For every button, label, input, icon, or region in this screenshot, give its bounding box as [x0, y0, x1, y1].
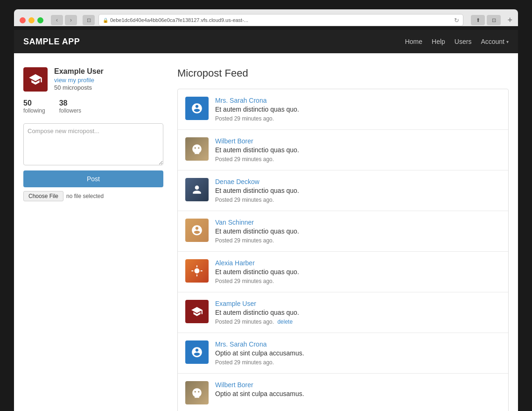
- feed-avatar: [185, 300, 209, 323]
- lock-icon: 🔒: [103, 18, 108, 23]
- feed-author[interactable]: Wilbert Borer: [215, 137, 501, 145]
- followers-stat: 38 followers: [59, 99, 81, 114]
- feed-item: Mrs. Sarah Crona Optio at sint culpa acc…: [178, 333, 508, 374]
- address-bar[interactable]: 🔒 0ebe1dc6d40e4a4bb06e0ca7fe138127.vfs.c…: [98, 14, 463, 26]
- user-avatar: [23, 67, 48, 92]
- feed-meta: Posted 29 minutes ago. delete: [215, 319, 293, 325]
- forward-button[interactable]: ›: [65, 15, 77, 25]
- feed-list: Mrs. Sarah Crona Et autem distinctio qua…: [177, 89, 509, 411]
- feed-text: Et autem distinctio quas quo.: [215, 268, 501, 276]
- compose-textarea[interactable]: [23, 123, 163, 165]
- browser-actions: ⬆ ⊡: [471, 15, 501, 25]
- no-file-text: no file selected: [66, 193, 104, 199]
- app-brand: SAMPLE APP: [23, 37, 80, 47]
- delete-link[interactable]: delete: [277, 319, 293, 325]
- feed-text: Optio at sint culpa accusamus.: [215, 390, 501, 397]
- feed-content: Mrs. Sarah Crona Et autem distinctio qua…: [215, 97, 501, 122]
- main-content: Example User view my profile 50 micropos…: [14, 53, 518, 411]
- feed-author[interactable]: Mrs. Sarah Crona: [215, 340, 501, 348]
- feed-text: Et autem distinctio quas quo.: [215, 106, 501, 113]
- followers-count: 38: [59, 99, 81, 107]
- feed-item: Wilbert Borer Optio at sint culpa accusa…: [178, 374, 508, 411]
- feed-meta: Posted 29 minutes ago.: [215, 115, 274, 122]
- feed-text: Et autem distinctio quas quo.: [215, 146, 501, 154]
- feed-author[interactable]: Example User: [215, 300, 501, 307]
- browser-content: SAMPLE APP Home Help Users Account ▾: [14, 30, 518, 411]
- feed-content: Wilbert Borer Optio at sint culpa accusa…: [215, 381, 501, 404]
- user-info: Example User view my profile 50 micropos…: [23, 67, 163, 92]
- close-button[interactable]: [20, 17, 26, 23]
- avatar-image: [23, 67, 48, 92]
- chevron-down-icon: ▾: [506, 39, 509, 44]
- file-input-row: Choose File no file selected: [23, 191, 163, 201]
- feed-item: Alexia Harber Et autem distinctio quas q…: [178, 252, 508, 292]
- feed-avatar: [185, 178, 209, 201]
- follow-stats: 50 following 38 followers: [23, 99, 163, 114]
- browser-chrome: ‹ › ⊡ 🔒 0ebe1dc6d40e4a4bb06e0ca7fe138127…: [14, 9, 518, 26]
- feed-avatar: [185, 381, 209, 404]
- feed-author[interactable]: Denae Deckow: [215, 178, 501, 185]
- app-navbar: SAMPLE APP Home Help Users Account ▾: [14, 30, 518, 53]
- minimize-button[interactable]: [28, 17, 35, 23]
- feed-item: Van Schinner Et autem distinctio quas qu…: [178, 211, 508, 252]
- feed-avatar: [185, 97, 209, 120]
- maximize-button[interactable]: [37, 17, 43, 23]
- feed-content: Example User Et autem distinctio quas qu…: [215, 300, 501, 325]
- nav-account-dropdown[interactable]: Account ▾: [481, 38, 509, 45]
- micropost-count: 50 microposts: [54, 84, 92, 91]
- feed-text: Et autem distinctio quas quo.: [215, 309, 501, 316]
- feed-avatar: [185, 219, 209, 242]
- share-button[interactable]: ⬆: [471, 15, 485, 25]
- following-count: 50: [23, 99, 45, 107]
- feed-avatar: [185, 259, 209, 283]
- feed-item: Denae Deckow Et autem distinctio quas qu…: [178, 170, 508, 211]
- feed-author[interactable]: Alexia Harber: [215, 259, 501, 267]
- view-profile-link[interactable]: view my profile: [54, 77, 163, 84]
- feed-item: Wilbert Borer Et autem distinctio quas q…: [178, 130, 508, 170]
- feed-content: Wilbert Borer Et autem distinctio quas q…: [215, 137, 501, 163]
- traffic-lights: [20, 17, 43, 23]
- post-button[interactable]: Post: [23, 170, 163, 187]
- feed-author[interactable]: Wilbert Borer: [215, 381, 501, 389]
- choose-file-button[interactable]: Choose File: [23, 191, 63, 201]
- app-nav-links: Home Help Users Account ▾: [405, 38, 509, 45]
- feed-author[interactable]: Van Schinner: [215, 219, 501, 226]
- feed-title: Micropost Feed: [177, 67, 509, 79]
- feed-meta: Posted 29 minutes ago.: [215, 156, 274, 163]
- expand-button[interactable]: ⊡: [487, 15, 501, 25]
- feed-avatar: [185, 340, 209, 364]
- feed-section: Micropost Feed Mrs. Sarah Crona Et autem…: [177, 67, 509, 411]
- user-name: Example User: [54, 67, 104, 75]
- user-details: Example User view my profile 50 micropos…: [54, 67, 163, 91]
- feed-content: Denae Deckow Et autem distinctio quas qu…: [215, 178, 501, 203]
- reload-icon[interactable]: ↻: [454, 17, 459, 24]
- feed-content: Van Schinner Et autem distinctio quas qu…: [215, 219, 501, 244]
- feed-text: Et autem distinctio quas quo.: [215, 227, 501, 235]
- feed-author[interactable]: Mrs. Sarah Crona: [215, 97, 501, 104]
- nav-home-link[interactable]: Home: [405, 38, 422, 45]
- sidebar: Example User view my profile 50 micropos…: [23, 67, 163, 411]
- following-stat: 50 following: [23, 99, 45, 114]
- feed-meta: Posted 29 minutes ago.: [215, 197, 274, 203]
- new-tab-button[interactable]: +: [507, 16, 512, 24]
- nav-help-link[interactable]: Help: [432, 38, 445, 45]
- following-label: following: [23, 107, 45, 114]
- feed-meta: Posted 29 minutes ago.: [215, 278, 274, 284]
- feed-meta: Posted 29 minutes ago.: [215, 237, 274, 244]
- feed-text: Optio at sint culpa accusamus.: [215, 349, 501, 357]
- feed-content: Alexia Harber Et autem distinctio quas q…: [215, 259, 501, 284]
- feed-avatar: [185, 137, 209, 161]
- feed-content: Mrs. Sarah Crona Optio at sint culpa acc…: [215, 340, 501, 366]
- browser-titlebar: ‹ › ⊡ 🔒 0ebe1dc6d40e4a4bb06e0ca7fe138127…: [20, 14, 512, 26]
- feed-item: Example User Et autem distinctio quas qu…: [178, 292, 508, 333]
- compose-form: Post Choose File no file selected: [23, 123, 163, 201]
- nav-account-label: Account: [481, 38, 504, 45]
- nav-buttons: ‹ ›: [51, 15, 77, 25]
- feed-item: Mrs. Sarah Crona Et autem distinctio qua…: [178, 89, 508, 130]
- followers-label: followers: [59, 107, 81, 114]
- sidebar-toggle-button[interactable]: ⊡: [83, 15, 95, 25]
- address-text: 0ebe1dc6d40e4a4bb06e0ca7fe138127.vfs.clo…: [110, 17, 452, 23]
- nav-users-link[interactable]: Users: [455, 38, 472, 45]
- feed-text: Et autem distinctio quas quo.: [215, 187, 501, 194]
- back-button[interactable]: ‹: [51, 15, 63, 25]
